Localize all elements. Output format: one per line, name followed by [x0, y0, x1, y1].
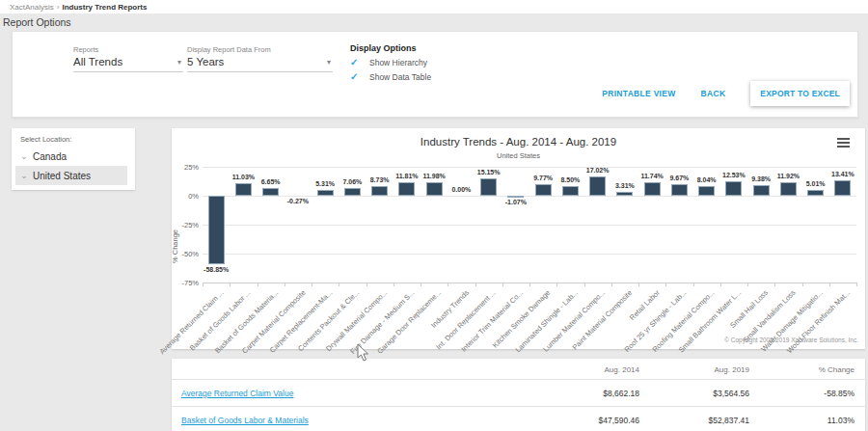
- bar[interactable]: [507, 196, 524, 198]
- bar[interactable]: [208, 196, 225, 264]
- bar[interactable]: [834, 180, 851, 196]
- x-axis-tick: [285, 283, 285, 286]
- gridline: [203, 254, 856, 255]
- reports-dropdown-value: All Trends: [73, 56, 183, 67]
- bar[interactable]: [562, 186, 579, 196]
- x-axis-tick: [529, 283, 530, 286]
- bar[interactable]: [780, 182, 797, 196]
- x-axis-tick: [720, 283, 721, 286]
- page-title: Report Options: [3, 16, 71, 28]
- chart-subtitle: United States: [172, 151, 865, 160]
- table-row: Basket of Goods Labor & Materials $47,59…: [172, 407, 865, 431]
- location-label: Canada: [33, 151, 67, 162]
- report-options-card: Reports All Trends ▾ Display Report Data…: [12, 31, 858, 118]
- bar[interactable]: [426, 182, 443, 196]
- bar[interactable]: [344, 188, 361, 196]
- gridline: [203, 196, 856, 197]
- table-header-row: Aug. 2014 Aug. 2019 % Change: [172, 359, 865, 380]
- cell-aug-2014: $8,662.18: [603, 389, 639, 398]
- cell-aug-2019: $52,837.41: [708, 416, 749, 425]
- bar-value-label: 11.98%: [415, 173, 453, 179]
- bar[interactable]: [698, 186, 715, 196]
- checkbox-show-data-table[interactable]: ✓ Show Data Table: [350, 71, 431, 82]
- bar[interactable]: [616, 192, 633, 196]
- x-axis-tick: [856, 283, 857, 286]
- bar-value-label: 0.00%: [442, 186, 480, 193]
- y-tick-label: 0%: [172, 192, 199, 201]
- table-row: Average Returned Claim Value $8,662.18 $…: [172, 380, 865, 407]
- bar[interactable]: [535, 184, 552, 196]
- x-axis-tick: [611, 283, 612, 286]
- bar-value-label: -58.85%: [197, 266, 235, 273]
- select-location-panel: Select Location: ⌄ Canada ⌄ United State…: [12, 128, 135, 190]
- checkbox-label: Show Data Table: [369, 72, 431, 82]
- chart-plot-area: 25%0%-25%-50%-75%-58.85%Average Returned…: [203, 167, 856, 283]
- breadcrumb-separator: ›: [57, 3, 60, 12]
- chevron-down-icon[interactable]: ▾: [177, 58, 181, 67]
- location-label: United States: [33, 171, 91, 181]
- action-buttons: PRINTABLE VIEW BACK EXPORT TO EXCEL: [602, 80, 850, 107]
- bar-value-label: 11.92%: [769, 173, 807, 179]
- date-range-dropdown-label: Display Report Data From: [187, 45, 333, 54]
- data-table-card: Aug. 2014 Aug. 2019 % Change Average Ret…: [172, 359, 865, 431]
- y-tick-label: 25%: [172, 163, 199, 172]
- x-axis-tick: [366, 283, 367, 286]
- x-axis-tick: [638, 283, 639, 286]
- bar-value-label: 3.31%: [606, 182, 644, 189]
- cell-aug-2014: $47,590.46: [598, 416, 639, 425]
- industry-trends-chart-card: Industry Trends - Aug. 2014 - Aug. 2019 …: [172, 128, 865, 349]
- x-axis-tick: [747, 283, 748, 286]
- gridline: [203, 225, 856, 226]
- x-axis-tick: [665, 283, 666, 286]
- bar[interactable]: [644, 182, 661, 196]
- column-header-aug-2019: Aug. 2019: [715, 364, 749, 373]
- bar[interactable]: [807, 190, 824, 196]
- bar[interactable]: [317, 190, 334, 196]
- bar[interactable]: [262, 188, 279, 196]
- select-location-title: Select Location:: [20, 135, 71, 144]
- bar-value-label: 8.50%: [551, 176, 589, 183]
- bar[interactable]: [480, 178, 497, 196]
- back-button[interactable]: BACK: [701, 89, 726, 98]
- bar[interactable]: [398, 182, 415, 196]
- breadcrumb-current-page: Industry Trend Reports: [62, 3, 147, 12]
- x-axis-tick: [230, 283, 231, 286]
- bar[interactable]: [371, 186, 388, 196]
- row-link-basket-of-goods-labor-materials[interactable]: Basket of Goods Labor & Materials: [181, 416, 309, 425]
- chevron-down-icon[interactable]: ⌄: [15, 171, 33, 180]
- chevron-down-icon[interactable]: ▾: [327, 58, 331, 67]
- column-header-pct-change: % Change: [819, 364, 854, 373]
- y-tick-label: -50%: [172, 250, 199, 258]
- bar[interactable]: [235, 183, 252, 196]
- chevron-down-icon[interactable]: ⌄: [15, 151, 33, 161]
- cell-pct-change: -58.85%: [824, 389, 854, 398]
- bar-value-label: 15.15%: [470, 169, 508, 175]
- bar[interactable]: [753, 185, 770, 196]
- export-to-excel-button[interactable]: EXPORT TO EXCEL: [750, 81, 850, 106]
- reports-dropdown-label: Reports: [73, 45, 183, 54]
- breadcrumb-app[interactable]: XactAnalysis: [10, 3, 54, 12]
- x-axis-tick: [802, 283, 803, 286]
- bar[interactable]: [725, 181, 742, 196]
- location-item-united-states[interactable]: ⌄ United States: [15, 166, 127, 185]
- gridline: [203, 167, 856, 168]
- x-axis-tick: [584, 283, 585, 286]
- x-axis-tick: [420, 283, 421, 286]
- row-link-average-returned-claim-value[interactable]: Average Returned Claim Value: [181, 389, 293, 398]
- location-item-canada[interactable]: ⌄ Canada: [15, 147, 127, 166]
- bar[interactable]: [671, 184, 688, 196]
- checkbox-show-hierarchy[interactable]: ✓ Show Hierarchy: [350, 57, 431, 67]
- column-header-aug-2014: Aug. 2014: [605, 364, 639, 373]
- y-tick-label: -75%: [172, 279, 199, 287]
- bar-value-label: 17.02%: [579, 167, 617, 174]
- printable-view-button[interactable]: PRINTABLE VIEW: [602, 89, 675, 98]
- chart-menu-icon[interactable]: [835, 136, 852, 149]
- x-axis-tick: [475, 283, 476, 286]
- x-axis-tick: [339, 283, 339, 286]
- bar[interactable]: [589, 176, 606, 196]
- date-range-dropdown[interactable]: Display Report Data From 5 Years ▾: [187, 45, 333, 67]
- bar-value-label: 5.01%: [797, 180, 835, 187]
- x-axis-tick: [556, 283, 557, 286]
- top-bar: XactAnalysis›Industry Trend Reports: [0, 0, 868, 13]
- reports-dropdown[interactable]: Reports All Trends ▾: [73, 45, 183, 67]
